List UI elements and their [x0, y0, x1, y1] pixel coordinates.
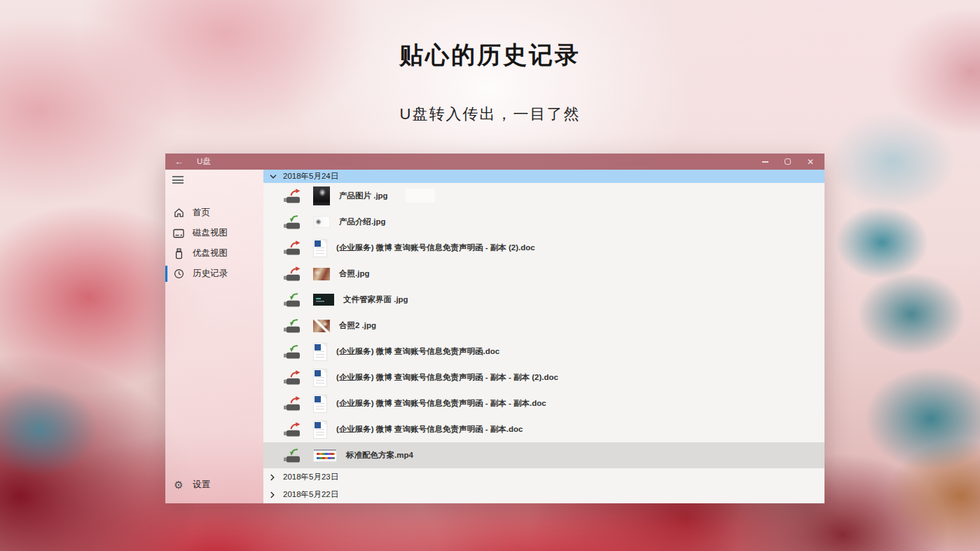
file-name: 产品图片 .jpg — [339, 191, 388, 201]
file-thumbnail — [313, 186, 330, 205]
usb-transfer-icon — [283, 292, 304, 308]
usb-transfer-icon — [283, 215, 304, 230]
file-name: 文件管家界面 .jpg — [343, 294, 408, 305]
chevron-right-icon — [270, 491, 277, 498]
app-window: ← U盘 ✕ 首页 — [165, 154, 824, 503]
file-name: (企业服务) 微博 查询账号信息免责声明函 - 副本 - 副本 (2).doc — [336, 372, 558, 383]
close-button[interactable]: ✕ — [807, 158, 814, 166]
file-name: (企业服务) 微博 查询账号信息免责声明函 - 副本 (2).doc — [336, 243, 535, 253]
minimize-button[interactable] — [762, 161, 768, 163]
chevron-right-icon — [270, 474, 277, 481]
chevron-down-icon — [270, 173, 277, 180]
usb-drive-icon — [173, 248, 184, 259]
file-name: 标准配色方案.mp4 — [346, 450, 413, 461]
page-subtitle: U盘转入传出，一目了然 — [0, 104, 980, 125]
file-thumbnail — [313, 294, 334, 306]
date-group-header-expanded[interactable]: 2018年5月24日 — [263, 170, 824, 183]
sidebar-item-history[interactable]: 历史记录 — [165, 264, 263, 284]
file-row[interactable]: (企业服务) 微博 查询账号信息免责声明函 - 副本 (2).doc — [263, 235, 824, 261]
clock-icon — [173, 268, 184, 280]
usb-transfer-icon — [283, 189, 304, 204]
file-thumbnail — [313, 216, 330, 228]
date-group-header-collapsed[interactable]: 2018年5月23日 — [263, 468, 824, 486]
usb-transfer-icon — [283, 448, 304, 463]
gear-icon: ⚙ — [173, 479, 184, 491]
history-panel: 2018年5月24日 产品图片 .jpg — [263, 170, 824, 503]
sidebar: 首页 磁盘视图 优盘视图 — [165, 170, 263, 503]
hamburger-menu-icon[interactable] — [172, 176, 184, 184]
file-thumbnail — [313, 369, 327, 387]
window-body: 首页 磁盘视图 优盘视图 — [165, 170, 824, 503]
file-row[interactable]: 合照.jpg — [263, 261, 824, 287]
usb-transfer-icon — [283, 344, 304, 360]
title-bar: ← U盘 ✕ — [165, 154, 824, 170]
file-row[interactable]: 产品图片 .jpg — [263, 183, 824, 209]
window-title: U盘 — [197, 156, 211, 167]
sidebar-item-label: 磁盘视图 — [193, 227, 228, 239]
file-name: 合照.jpg — [339, 268, 369, 279]
file-name: (企业服务) 微博 查询账号信息免责声明函.doc — [336, 346, 499, 357]
file-row[interactable]: (企业服务) 微博 查询账号信息免责声明函 - 副本.doc — [263, 416, 824, 442]
file-thumbnail — [313, 343, 327, 361]
file-name: 合照2 .jpg — [339, 320, 376, 331]
sidebar-item-disk-view[interactable]: 磁盘视图 — [165, 223, 263, 243]
usb-transfer-icon — [283, 370, 304, 386]
usb-transfer-icon — [283, 396, 304, 411]
file-row[interactable]: (企业服务) 微博 查询账号信息免责声明函 - 副本 - 副本.doc — [263, 390, 824, 416]
file-list: 产品图片 .jpg 产品介绍.jpg — [263, 183, 824, 468]
date-group-header-collapsed[interactable]: 2018年5月22日 — [263, 486, 824, 503]
marble-background: 贴心的历史记录 U盘转入传出，一目了然 ← U盘 ✕ 首页 — [0, 0, 980, 551]
file-row[interactable]: 文件管家界面 .jpg — [263, 287, 824, 313]
file-thumbnail — [313, 421, 327, 439]
date-group-label: 2018年5月22日 — [283, 489, 338, 500]
file-name: 产品介绍.jpg — [339, 217, 385, 227]
sidebar-item-label: 历史记录 — [193, 268, 228, 280]
usb-transfer-icon — [283, 318, 304, 334]
page-title: 贴心的历史记录 — [0, 39, 980, 72]
home-icon — [173, 208, 184, 219]
file-row[interactable]: (企业服务) 微博 查询账号信息免责声明函 - 副本 - 副本 (2).doc — [263, 365, 824, 390]
file-thumbnail — [313, 449, 337, 462]
file-thumbnail — [313, 239, 327, 257]
file-row[interactable]: 产品介绍.jpg — [263, 209, 824, 235]
blurred-area — [406, 189, 435, 203]
usb-transfer-icon — [283, 422, 304, 437]
sidebar-nav: 首页 磁盘视图 优盘视图 — [165, 203, 263, 284]
window-controls: ✕ — [762, 158, 824, 166]
file-thumbnail — [313, 268, 330, 280]
file-thumbnail — [313, 320, 330, 332]
file-row[interactable]: (企业服务) 微博 查询账号信息免责声明函.doc — [263, 339, 824, 365]
date-group-label: 2018年5月24日 — [283, 171, 338, 182]
sidebar-item-home[interactable]: 首页 — [165, 203, 263, 223]
hero-section: 贴心的历史记录 U盘转入传出，一目了然 — [0, 0, 980, 125]
file-thumbnail — [313, 395, 327, 413]
file-name: (企业服务) 微博 查询账号信息免责声明函 - 副本 - 副本.doc — [336, 398, 546, 409]
sidebar-item-usb-view[interactable]: 优盘视图 — [165, 243, 263, 264]
file-row[interactable]: 合照2 .jpg — [263, 313, 824, 339]
sidebar-item-settings[interactable]: ⚙ 设置 — [165, 475, 263, 495]
sidebar-item-label: 首页 — [193, 207, 210, 219]
file-name: (企业服务) 微博 查询账号信息免责声明函 - 副本.doc — [336, 424, 523, 435]
file-row[interactable]: 标准配色方案.mp4 — [263, 442, 824, 468]
date-group-label: 2018年5月23日 — [283, 472, 338, 482]
usb-transfer-icon — [283, 266, 304, 282]
sidebar-item-label: 设置 — [193, 479, 210, 491]
usb-transfer-icon — [283, 240, 304, 256]
back-icon[interactable]: ← — [174, 157, 184, 166]
disk-view-icon — [173, 228, 184, 239]
sidebar-item-label: 优盘视图 — [193, 247, 228, 259]
maximize-button[interactable] — [785, 158, 791, 165]
